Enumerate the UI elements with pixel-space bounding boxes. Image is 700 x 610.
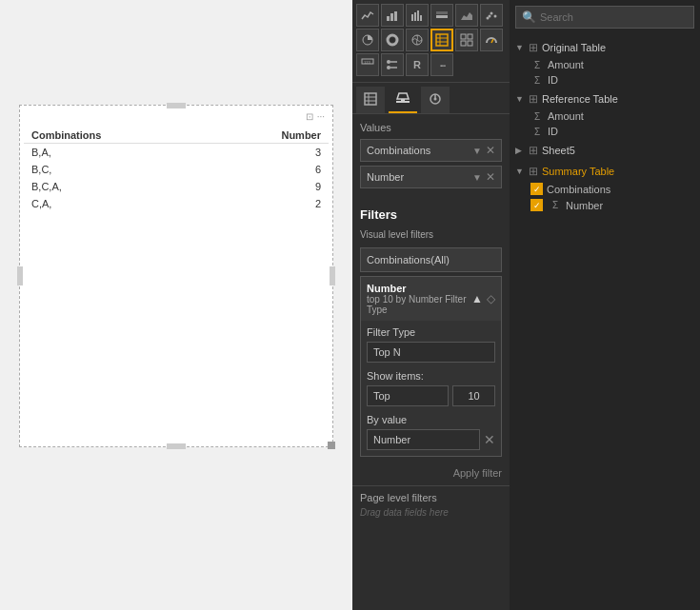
svg-rect-6 (420, 15, 422, 21)
svg-rect-0 (387, 16, 390, 21)
reference-table-icon: ⊞ (529, 92, 538, 106)
field-tree: ▼ ⊞ Original Table Σ Amount Σ ID ▼ ⊞ Ref (510, 34, 700, 219)
filters-section: Filters Visual level filters Combination… (352, 200, 510, 610)
table-row[interactable]: C,A,2 (24, 195, 329, 212)
show-items-count-input[interactable] (452, 385, 495, 406)
tree-group-original-table-header[interactable]: ▼ ⊞ Original Table (510, 38, 700, 57)
filter-type-select[interactable]: Top N Top Advanced (367, 342, 495, 363)
table-row[interactable]: B,C,A,9 (24, 178, 329, 195)
more-icon[interactable]: ··· (317, 111, 325, 122)
viz-clustered-bar-btn[interactable] (406, 4, 429, 27)
sheet5-name: Sheet5 (542, 145, 694, 156)
tab-analytics[interactable] (421, 87, 450, 113)
tree-group-reference-table-header[interactable]: ▼ ⊞ Reference Table (510, 89, 700, 108)
viz-map-btn[interactable] (406, 29, 429, 51)
svg-rect-8 (436, 11, 448, 14)
summary-table-name: Summary Table (542, 166, 694, 177)
svg-point-11 (490, 12, 493, 15)
reference-table-children: Σ Amount Σ ID (510, 108, 700, 139)
col-header-number[interactable]: Number (210, 128, 329, 144)
show-items-direction-select[interactable]: Top Bottom (367, 385, 449, 406)
tree-group-sheet5-header[interactable]: ▶ ⊞ Sheet5 (510, 141, 700, 160)
resize-handle-left[interactable] (17, 266, 23, 285)
by-value-remove-icon[interactable]: ✕ (484, 432, 495, 447)
table-row[interactable]: B,C,6 (24, 161, 329, 178)
reference-table-amount-field[interactable]: Σ Amount (525, 108, 700, 124)
svg-rect-33 (365, 93, 376, 105)
sigma-icon-2: Σ (530, 75, 544, 86)
by-value-label: By value (367, 414, 495, 425)
table-cell-combinations: B,C, (24, 161, 210, 178)
svg-rect-22 (461, 34, 466, 39)
svg-point-42 (434, 98, 437, 101)
svg-rect-1 (390, 13, 393, 21)
combinations-remove-icon[interactable]: ✕ (486, 144, 495, 157)
viz-table-btn[interactable] (430, 29, 453, 51)
combinations-filter-item[interactable]: Combinations(All) (360, 247, 502, 272)
search-box: 🔍 (515, 6, 694, 29)
viz-pie-btn[interactable] (356, 29, 379, 51)
viz-area-btn[interactable] (455, 4, 478, 27)
number-remove-icon[interactable]: ✕ (486, 170, 495, 184)
viz-r-btn[interactable]: R (406, 53, 429, 76)
original-table-id-field[interactable]: Σ ID (525, 72, 700, 88)
viz-more-btn[interactable]: ··· (430, 53, 453, 76)
tree-group-summary-table-header[interactable]: ▼ ⊞ Summary Table (510, 162, 700, 181)
resize-handle-top[interactable] (167, 103, 186, 108)
viz-kpi-btn[interactable]: 123 (356, 53, 379, 76)
search-input[interactable] (540, 11, 688, 23)
number-filter-eraser-icon[interactable]: ◇ (487, 292, 495, 305)
sigma-icon-4: Σ (530, 127, 544, 137)
svg-rect-3 (411, 14, 413, 21)
values-section: Values Combinations ▼ ✕ Number ▼ ✕ (352, 114, 510, 200)
viz-gauge-btn[interactable] (480, 29, 503, 51)
tree-group-sheet5: ▶ ⊞ Sheet5 (510, 141, 700, 160)
by-value-field-select[interactable]: Number (367, 429, 480, 450)
summary-combinations-field[interactable]: ✓ Combinations (525, 181, 700, 197)
table-cell-combinations: B,C,A, (24, 178, 210, 195)
svg-rect-25 (468, 41, 472, 46)
number-filter-collapse-icon[interactable]: ▲ (471, 292, 483, 305)
resize-handle-corner[interactable] (328, 442, 335, 449)
apply-filter-button[interactable]: Apply filter (453, 467, 502, 479)
col-header-combinations[interactable]: Combinations (24, 128, 210, 144)
svg-text:123: 123 (364, 60, 370, 65)
tab-fields[interactable] (356, 87, 385, 113)
original-table-icon: ⊞ (529, 41, 538, 54)
viz-scatter-btn[interactable] (480, 4, 503, 27)
original-amount-label: Amount (548, 59, 584, 70)
summary-combinations-label: Combinations (547, 184, 610, 195)
number-field-pill[interactable]: Number ▼ ✕ (360, 166, 502, 188)
sigma-icon-1: Σ (530, 60, 544, 70)
table-visual[interactable]: ⊡ ··· Combinations Number B,A,3B,C,6B,C,… (19, 105, 333, 447)
viz-bar-btn[interactable] (381, 4, 404, 27)
tab-format[interactable] (389, 87, 417, 113)
table-row[interactable]: B,A,3 (24, 144, 329, 162)
number-filter-title: Number (367, 283, 471, 294)
number-filter-header[interactable]: Number top 10 by Number Filter Type ▲ ◇ (361, 277, 501, 321)
by-value-row: Number ✕ (367, 429, 495, 450)
viz-slicer-btn[interactable] (381, 53, 404, 76)
show-items-label: Show items: (367, 370, 495, 382)
original-table-amount-field[interactable]: Σ Amount (525, 57, 700, 72)
combinations-field-pill[interactable]: Combinations ▼ ✕ (360, 139, 502, 162)
right-panel: 🔍 ▼ ⊞ Original Table Σ Amount Σ ID (510, 0, 700, 610)
resize-handle-right[interactable] (330, 266, 335, 285)
svg-rect-7 (436, 15, 448, 18)
viz-matrix-btn[interactable] (455, 29, 478, 51)
resize-handle-bottom[interactable] (167, 443, 186, 449)
tree-group-summary-table: ▼ ⊞ Summary Table ✓ Combinations ✓ Σ Num… (510, 162, 700, 213)
svg-marker-38 (397, 93, 409, 99)
expand-icon[interactable]: ⊡ (306, 111, 313, 122)
viz-stacked-bar-btn[interactable] (430, 4, 453, 27)
sigma-icon-number: Σ (549, 200, 562, 210)
svg-rect-23 (468, 34, 472, 39)
reference-table-id-field[interactable]: Σ ID (525, 124, 700, 139)
data-table: Combinations Number B,A,3B,C,6B,C,A,9C,A… (24, 128, 329, 212)
number-filter-block[interactable]: Number top 10 by Number Filter Type ▲ ◇ … (360, 276, 502, 457)
number-filter-header-left: Number top 10 by Number Filter Type (367, 283, 471, 315)
viz-line-btn[interactable] (356, 4, 379, 27)
summary-number-field[interactable]: ✓ Σ Number (525, 197, 700, 213)
viz-donut-btn[interactable] (381, 29, 404, 51)
filter-type-label: Filter Type (367, 326, 495, 338)
